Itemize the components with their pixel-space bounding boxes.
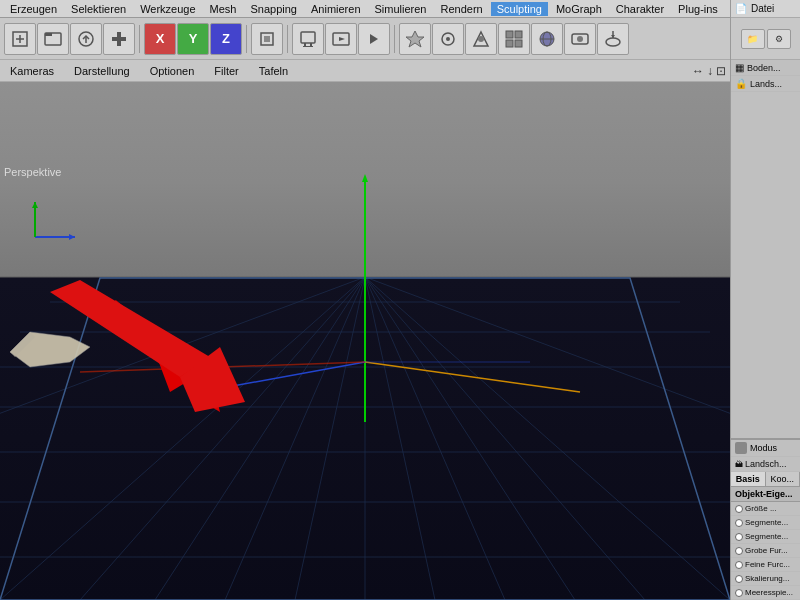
prop-feine[interactable]: Feine Furc... xyxy=(731,558,800,572)
toolbar-group-render xyxy=(399,23,629,55)
svg-rect-24 xyxy=(515,31,522,38)
sub-menu-tafeln[interactable]: Tafeln xyxy=(253,64,294,78)
svg-rect-11 xyxy=(301,32,315,43)
toolbar-group-basic xyxy=(4,23,135,55)
toolbar-anim1-btn[interactable] xyxy=(292,23,324,55)
toolbar-anim3-btn[interactable] xyxy=(358,23,390,55)
menu-bar: Erzeugen Selektieren Werkzeuge Mesh Snap… xyxy=(0,0,800,18)
prop-segmente2-label: Segmente... xyxy=(745,532,788,541)
toolbar-render7-btn[interactable] xyxy=(597,23,629,55)
toolbar-x-btn[interactable]: X xyxy=(144,23,176,55)
toolbar-add-btn[interactable] xyxy=(103,23,135,55)
sub-menu-darstellung[interactable]: Darstellung xyxy=(68,64,136,78)
prop-skalierung[interactable]: Skalierung... xyxy=(731,572,800,586)
object-properties-header: Objekt-Eige... xyxy=(731,487,800,502)
svg-rect-10 xyxy=(264,36,270,42)
boden-icon: ▦ xyxy=(735,62,744,73)
panel-btn-2[interactable]: ⚙ xyxy=(767,29,791,49)
menu-charakter[interactable]: Charakter xyxy=(610,2,670,16)
toolbar-render5-btn[interactable] xyxy=(531,23,563,55)
svg-point-32 xyxy=(606,38,620,46)
prop-meeresspiegel[interactable]: Meeresspie... xyxy=(731,586,800,600)
toolbar-group-animation xyxy=(292,23,390,55)
toolbar-render3-btn[interactable] xyxy=(465,23,497,55)
prop-segmente1-label: Segmente... xyxy=(745,518,788,527)
sub-menu-filter[interactable]: Filter xyxy=(208,64,244,78)
viewport-scene xyxy=(0,82,730,600)
modus-row: Modus xyxy=(731,440,800,457)
menu-rendern[interactable]: Rendern xyxy=(434,2,488,16)
sub-menu-optionen[interactable]: Optionen xyxy=(144,64,201,78)
lock-icon: 🔒 xyxy=(735,78,747,89)
separator-1 xyxy=(139,25,140,53)
radio-skalierung xyxy=(735,575,743,583)
toolbar-render6-btn[interactable] xyxy=(564,23,596,55)
menu-erzeugen[interactable]: Erzeugen xyxy=(4,2,63,16)
landschaft-row: 🏔 Landsch... xyxy=(731,457,800,472)
radio-grobe xyxy=(735,547,743,555)
svg-point-22 xyxy=(478,36,484,42)
separator-3 xyxy=(287,25,288,53)
modus-icon xyxy=(735,442,747,454)
radio-segmente1 xyxy=(735,519,743,527)
scene-item-boden[interactable]: ▦ Boden... xyxy=(731,60,800,76)
menu-mesh[interactable]: Mesh xyxy=(204,2,243,16)
prop-groesse[interactable]: Größe ... xyxy=(731,502,800,516)
arrow-icon[interactable]: ↔ xyxy=(692,64,704,78)
svg-point-20 xyxy=(446,37,450,41)
tab-koo[interactable]: Koo... xyxy=(766,472,801,486)
toolbar-render2-btn[interactable] xyxy=(432,23,464,55)
menu-werkzeuge[interactable]: Werkzeuge xyxy=(134,2,201,16)
prop-grobe[interactable]: Grobe Fur... xyxy=(731,544,800,558)
menu-simulieren[interactable]: Simulieren xyxy=(369,2,433,16)
sub-toolbar-icons: ↔ ↓ ⊡ xyxy=(692,64,726,78)
toolbar-object-btn[interactable] xyxy=(251,23,283,55)
svg-marker-16 xyxy=(339,37,345,41)
svg-rect-25 xyxy=(506,40,513,47)
panel-header-label: Datei xyxy=(751,3,774,14)
landschaft-label: Landsch... xyxy=(745,459,787,469)
toolbar-render1-btn[interactable] xyxy=(399,23,431,55)
grid-icon[interactable]: ⊡ xyxy=(716,64,726,78)
radio-feine xyxy=(735,561,743,569)
menu-snapping[interactable]: Snapping xyxy=(244,2,303,16)
menu-mograph[interactable]: MoGraph xyxy=(550,2,608,16)
panel-header: 📄 Datei xyxy=(731,0,800,18)
scene-objects-list: ▦ Boden... 🔒 Lands... xyxy=(731,60,800,438)
radio-segmente2 xyxy=(735,533,743,541)
sub-menu-kameras[interactable]: Kameras xyxy=(4,64,60,78)
toolbar-y-btn[interactable]: Y xyxy=(177,23,209,55)
prop-grobe-label: Grobe Fur... xyxy=(745,546,788,555)
viewport-3d[interactable]: Perspektive xyxy=(0,82,730,600)
menu-sculpting[interactable]: Sculpting xyxy=(491,2,548,16)
svg-rect-14 xyxy=(303,46,313,47)
toolbar-render4-btn[interactable] xyxy=(498,23,530,55)
properties-panel: Modus 🏔 Landsch... Basis Koo... Objekt-E… xyxy=(731,438,800,600)
menu-selektieren[interactable]: Selektieren xyxy=(65,2,132,16)
prop-segmente1[interactable]: Segmente... xyxy=(731,516,800,530)
panel-btn-1[interactable]: 📁 xyxy=(741,29,765,49)
toolbar-anim2-btn[interactable] xyxy=(325,23,357,55)
svg-marker-18 xyxy=(406,31,424,47)
menu-plugins[interactable]: Plug-ins xyxy=(672,2,724,16)
menu-animieren[interactable]: Animieren xyxy=(305,2,367,16)
tab-basis[interactable]: Basis xyxy=(731,472,766,486)
main-area: Kameras Darstellung Optionen Filter Tafe… xyxy=(0,60,730,600)
scene-item-landschaft[interactable]: 🔒 Lands... xyxy=(731,76,800,92)
toolbar-open-btn[interactable] xyxy=(37,23,69,55)
viewport-perspective-label: Perspektive xyxy=(4,166,61,178)
toolbar-group-axes: X Y Z xyxy=(144,23,242,55)
file-icon: 📄 xyxy=(735,3,747,14)
scene-item-boden-label: Boden... xyxy=(747,63,781,73)
scene-item-landschaft-label: Lands... xyxy=(750,79,782,89)
right-panel: 📄 Datei 📁 ⚙ ▦ Boden... 🔒 Lands... Modus … xyxy=(730,0,800,600)
prop-segmente2[interactable]: Segmente... xyxy=(731,530,800,544)
sub-toolbar: Kameras Darstellung Optionen Filter Tafe… xyxy=(0,60,730,82)
radio-meeresspiegel xyxy=(735,589,743,597)
toolbar-save-btn[interactable] xyxy=(70,23,102,55)
down-icon[interactable]: ↓ xyxy=(707,64,713,78)
separator-2 xyxy=(246,25,247,53)
toolbar-new-btn[interactable] xyxy=(4,23,36,55)
toolbar-z-btn[interactable]: Z xyxy=(210,23,242,55)
radio-groesse xyxy=(735,505,743,513)
